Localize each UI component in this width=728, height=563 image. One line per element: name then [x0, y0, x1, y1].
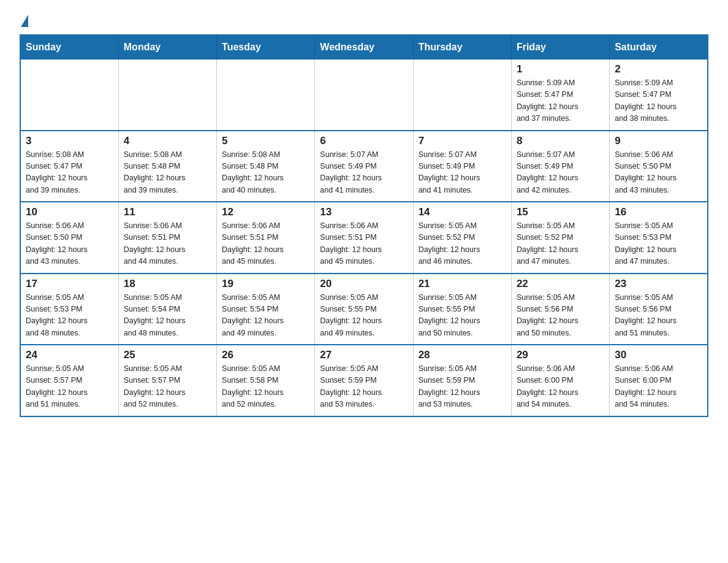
calendar-cell: 4Sunrise: 5:08 AM Sunset: 5:48 PM Daylig… — [118, 131, 216, 202]
day-info: Sunrise: 5:05 AM Sunset: 5:59 PM Dayligh… — [419, 363, 506, 411]
day-number: 7 — [419, 135, 506, 147]
day-header-wednesday: Wednesday — [315, 35, 413, 59]
day-number: 11 — [124, 206, 211, 218]
calendar-table: SundayMondayTuesdayWednesdayThursdayFrid… — [20, 34, 708, 417]
day-info: Sunrise: 5:05 AM Sunset: 5:54 PM Dayligh… — [222, 292, 309, 340]
week-row-3: 10Sunrise: 5:06 AM Sunset: 5:50 PM Dayli… — [20, 202, 708, 274]
week-row-1: 1Sunrise: 5:09 AM Sunset: 5:47 PM Daylig… — [20, 59, 708, 131]
calendar-cell: 16Sunrise: 5:05 AM Sunset: 5:53 PM Dayli… — [610, 202, 708, 274]
day-header-thursday: Thursday — [413, 35, 511, 59]
day-number: 1 — [517, 63, 604, 75]
day-info: Sunrise: 5:05 AM Sunset: 5:53 PM Dayligh… — [615, 220, 702, 268]
day-number: 22 — [517, 278, 604, 290]
day-number: 3 — [26, 135, 113, 147]
day-number: 5 — [222, 135, 309, 147]
calendar-cell: 27Sunrise: 5:05 AM Sunset: 5:59 PM Dayli… — [315, 345, 413, 416]
calendar-cell: 21Sunrise: 5:05 AM Sunset: 5:55 PM Dayli… — [413, 274, 511, 345]
day-header-monday: Monday — [118, 35, 216, 59]
calendar-cell: 22Sunrise: 5:05 AM Sunset: 5:56 PM Dayli… — [511, 274, 609, 345]
logo-triangle-icon — [21, 15, 28, 27]
calendar-cell: 12Sunrise: 5:06 AM Sunset: 5:51 PM Dayli… — [217, 202, 315, 274]
day-number: 30 — [615, 349, 702, 361]
day-number: 10 — [26, 206, 113, 218]
calendar-cell: 6Sunrise: 5:07 AM Sunset: 5:49 PM Daylig… — [315, 131, 413, 202]
day-number: 28 — [419, 349, 506, 361]
day-number: 8 — [517, 135, 604, 147]
calendar-cell: 8Sunrise: 5:07 AM Sunset: 5:49 PM Daylig… — [511, 131, 609, 202]
day-info: Sunrise: 5:05 AM Sunset: 5:55 PM Dayligh… — [419, 292, 506, 340]
day-info: Sunrise: 5:08 AM Sunset: 5:47 PM Dayligh… — [26, 149, 113, 197]
day-info: Sunrise: 5:08 AM Sunset: 5:48 PM Dayligh… — [124, 149, 211, 197]
day-info: Sunrise: 5:05 AM Sunset: 5:56 PM Dayligh… — [517, 292, 604, 340]
days-header-row: SundayMondayTuesdayWednesdayThursdayFrid… — [20, 35, 708, 59]
day-number: 21 — [419, 278, 506, 290]
day-info: Sunrise: 5:06 AM Sunset: 5:51 PM Dayligh… — [222, 220, 309, 268]
logo — [20, 15, 28, 23]
day-number: 17 — [26, 278, 113, 290]
calendar-cell: 17Sunrise: 5:05 AM Sunset: 5:53 PM Dayli… — [20, 274, 118, 345]
day-info: Sunrise: 5:07 AM Sunset: 5:49 PM Dayligh… — [517, 149, 604, 197]
day-number: 2 — [615, 63, 702, 75]
day-info: Sunrise: 5:05 AM Sunset: 5:54 PM Dayligh… — [124, 292, 211, 340]
day-number: 27 — [320, 349, 408, 361]
day-number: 9 — [615, 135, 702, 147]
day-info: Sunrise: 5:05 AM Sunset: 5:55 PM Dayligh… — [320, 292, 408, 340]
calendar-cell: 7Sunrise: 5:07 AM Sunset: 5:49 PM Daylig… — [413, 131, 511, 202]
day-number: 13 — [320, 206, 408, 218]
calendar-cell — [118, 59, 216, 131]
day-number: 18 — [124, 278, 211, 290]
day-info: Sunrise: 5:06 AM Sunset: 6:00 PM Dayligh… — [517, 363, 604, 411]
calendar-cell — [315, 59, 413, 131]
page-header — [20, 15, 708, 23]
day-number: 23 — [615, 278, 702, 290]
day-info: Sunrise: 5:05 AM Sunset: 5:52 PM Dayligh… — [517, 220, 604, 268]
day-info: Sunrise: 5:06 AM Sunset: 6:00 PM Dayligh… — [615, 363, 702, 411]
calendar-cell: 13Sunrise: 5:06 AM Sunset: 5:51 PM Dayli… — [315, 202, 413, 274]
day-info: Sunrise: 5:09 AM Sunset: 5:47 PM Dayligh… — [615, 77, 702, 125]
calendar-cell: 20Sunrise: 5:05 AM Sunset: 5:55 PM Dayli… — [315, 274, 413, 345]
day-info: Sunrise: 5:05 AM Sunset: 5:53 PM Dayligh… — [26, 292, 113, 340]
day-number: 15 — [517, 206, 604, 218]
calendar-cell: 24Sunrise: 5:05 AM Sunset: 5:57 PM Dayli… — [20, 345, 118, 416]
day-header-sunday: Sunday — [20, 35, 118, 59]
day-info: Sunrise: 5:05 AM Sunset: 5:56 PM Dayligh… — [615, 292, 702, 340]
calendar-cell: 18Sunrise: 5:05 AM Sunset: 5:54 PM Dayli… — [118, 274, 216, 345]
day-info: Sunrise: 5:05 AM Sunset: 5:59 PM Dayligh… — [320, 363, 408, 411]
day-number: 6 — [320, 135, 408, 147]
day-info: Sunrise: 5:06 AM Sunset: 5:50 PM Dayligh… — [26, 220, 113, 268]
calendar-cell: 9Sunrise: 5:06 AM Sunset: 5:50 PM Daylig… — [610, 131, 708, 202]
week-row-2: 3Sunrise: 5:08 AM Sunset: 5:47 PM Daylig… — [20, 131, 708, 202]
day-info: Sunrise: 5:05 AM Sunset: 5:58 PM Dayligh… — [222, 363, 309, 411]
calendar-cell — [217, 59, 315, 131]
calendar-cell: 30Sunrise: 5:06 AM Sunset: 6:00 PM Dayli… — [610, 345, 708, 416]
calendar-cell — [413, 59, 511, 131]
day-header-saturday: Saturday — [610, 35, 708, 59]
calendar-cell: 5Sunrise: 5:08 AM Sunset: 5:48 PM Daylig… — [217, 131, 315, 202]
day-number: 16 — [615, 206, 702, 218]
calendar-cell: 26Sunrise: 5:05 AM Sunset: 5:58 PM Dayli… — [217, 345, 315, 416]
calendar-cell: 29Sunrise: 5:06 AM Sunset: 6:00 PM Dayli… — [511, 345, 609, 416]
day-number: 24 — [26, 349, 113, 361]
calendar-cell: 1Sunrise: 5:09 AM Sunset: 5:47 PM Daylig… — [511, 59, 609, 131]
day-number: 29 — [517, 349, 604, 361]
day-header-friday: Friday — [511, 35, 609, 59]
day-number: 26 — [222, 349, 309, 361]
calendar-cell: 25Sunrise: 5:05 AM Sunset: 5:57 PM Dayli… — [118, 345, 216, 416]
day-info: Sunrise: 5:07 AM Sunset: 5:49 PM Dayligh… — [419, 149, 506, 197]
day-number: 12 — [222, 206, 309, 218]
day-number: 20 — [320, 278, 408, 290]
day-info: Sunrise: 5:06 AM Sunset: 5:50 PM Dayligh… — [615, 149, 702, 197]
day-number: 4 — [124, 135, 211, 147]
day-number: 14 — [419, 206, 506, 218]
calendar-cell: 10Sunrise: 5:06 AM Sunset: 5:50 PM Dayli… — [20, 202, 118, 274]
day-info: Sunrise: 5:09 AM Sunset: 5:47 PM Dayligh… — [517, 77, 604, 125]
day-info: Sunrise: 5:08 AM Sunset: 5:48 PM Dayligh… — [222, 149, 309, 197]
week-row-4: 17Sunrise: 5:05 AM Sunset: 5:53 PM Dayli… — [20, 274, 708, 345]
calendar-cell: 28Sunrise: 5:05 AM Sunset: 5:59 PM Dayli… — [413, 345, 511, 416]
week-row-5: 24Sunrise: 5:05 AM Sunset: 5:57 PM Dayli… — [20, 345, 708, 416]
calendar-cell: 2Sunrise: 5:09 AM Sunset: 5:47 PM Daylig… — [610, 59, 708, 131]
calendar-cell: 23Sunrise: 5:05 AM Sunset: 5:56 PM Dayli… — [610, 274, 708, 345]
calendar-cell: 3Sunrise: 5:08 AM Sunset: 5:47 PM Daylig… — [20, 131, 118, 202]
calendar-cell — [20, 59, 118, 131]
calendar-cell: 15Sunrise: 5:05 AM Sunset: 5:52 PM Dayli… — [511, 202, 609, 274]
